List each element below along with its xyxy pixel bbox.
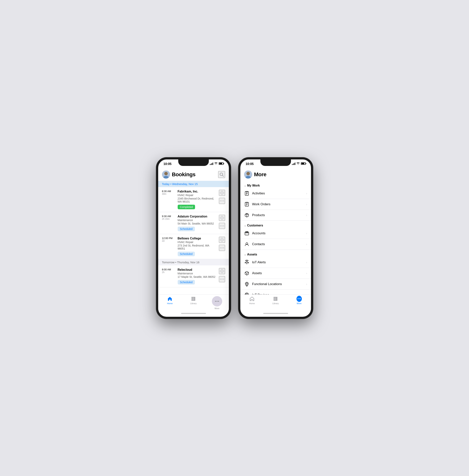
- functional-locations-chevron: ›: [306, 283, 307, 286]
- svg-rect-36: [246, 202, 247, 203]
- section-title-assets: Assets: [247, 253, 257, 256]
- products-chevron: ›: [306, 214, 307, 217]
- svg-point-24: [246, 172, 250, 175]
- svg-point-5: [220, 200, 221, 201]
- tab-more-1[interactable]: More: [205, 296, 229, 310]
- chevron-assets: ⌄: [244, 253, 246, 256]
- iot-devices-icon: [244, 292, 250, 295]
- home-indicator-1: [181, 313, 206, 314]
- svg-point-1: [164, 172, 168, 175]
- svg-rect-40: [245, 232, 249, 235]
- navigate-button-3[interactable]: [219, 237, 225, 243]
- booking-item-bellows[interactable]: 12:00 PM 2d Bellows College HVAC Repair …: [158, 234, 229, 259]
- section-title-customers: Customers: [247, 224, 263, 227]
- avatar-1[interactable]: [162, 170, 170, 179]
- menu-item-assets[interactable]: Assets ›: [240, 268, 311, 279]
- svg-point-21: [217, 301, 218, 302]
- svg-point-48: [248, 262, 249, 263]
- section-customers: ⌄ Customers: [240, 221, 311, 228]
- booking-details-1: Fabrikam, Inc. HVAC Repair 2345 Birchwoo…: [178, 190, 217, 209]
- more-button-2[interactable]: [219, 223, 225, 229]
- avatar-2[interactable]: [244, 170, 252, 179]
- svg-point-13: [223, 247, 224, 248]
- svg-point-22: [218, 301, 219, 302]
- more-button-1[interactable]: [219, 198, 225, 204]
- products-label: Products: [252, 213, 303, 217]
- status-time-1: 10:05: [164, 162, 171, 166]
- svg-rect-18: [193, 297, 194, 300]
- more-button-3[interactable]: [219, 245, 225, 251]
- booking-details-3: Bellows College HVAC Repair 273 2nd St, …: [178, 237, 217, 256]
- booking-item-relecloud[interactable]: 8:00 AM 2h Relecloud Maintenance 17 Mapl…: [158, 265, 229, 287]
- bookings-title: Bookings: [172, 171, 196, 178]
- activities-label: Activities: [252, 192, 303, 195]
- svg-point-20: [215, 301, 216, 302]
- svg-point-7: [223, 200, 224, 201]
- more-title: More: [254, 171, 267, 178]
- date-header-today: Today • Wednesday, Nov 15: [158, 181, 229, 187]
- work-orders-icon: [244, 202, 250, 207]
- contacts-chevron: ›: [306, 243, 307, 246]
- menu-item-products[interactable]: Products ›: [240, 210, 311, 221]
- booking-actions-3: [219, 237, 225, 251]
- more-content: ⌄ My Work Activities ›: [240, 181, 311, 295]
- menu-item-functional-locations[interactable]: Functional Locations ›: [240, 279, 311, 290]
- menu-item-activities[interactable]: Activities ›: [240, 188, 311, 199]
- svg-point-10: [223, 225, 224, 226]
- booking-details-2: Adatum Corporation Maintenance 54 Main S…: [178, 215, 217, 231]
- svg-rect-31: [247, 191, 248, 192]
- menu-item-work-orders[interactable]: Work Orders ›: [240, 199, 311, 210]
- home-bar-2: [240, 310, 311, 317]
- iot-alerts-chevron: ›: [306, 261, 307, 264]
- menu-item-accounts[interactable]: Accounts ›: [240, 228, 311, 239]
- chevron-my-work: ⌄: [244, 184, 246, 187]
- status-badge-scheduled-3: Scheduled: [178, 252, 195, 256]
- activities-chevron: ›: [306, 192, 307, 195]
- booking-item-adatum[interactable]: 9:30 AM 2h 15m Adatum Corporation Mainte…: [158, 212, 229, 234]
- svg-rect-17: [192, 297, 193, 300]
- tab-library-1[interactable]: Library: [182, 296, 205, 305]
- tab-bar-2: Home Library: [240, 295, 311, 310]
- svg-rect-58: [274, 297, 275, 300]
- home-bar-1: [158, 310, 229, 317]
- contacts-label: Contacts: [252, 242, 303, 246]
- menu-item-iot-devices[interactable]: IoT Devices ›: [240, 290, 311, 295]
- status-badge-completed: Completed: [178, 205, 195, 209]
- signal-icon-2: [292, 162, 295, 165]
- svg-point-61: [298, 298, 298, 299]
- tab-home-1[interactable]: Home: [158, 296, 182, 305]
- svg-point-8: [220, 225, 221, 226]
- svg-point-6: [221, 200, 222, 201]
- svg-rect-37: [247, 202, 248, 203]
- tab-home-2[interactable]: Home: [240, 296, 264, 305]
- status-bar-2: 10:05: [240, 159, 311, 169]
- bookings-content: Today • Wednesday, Nov 15 8:30 AM 30m Fa…: [158, 181, 229, 295]
- navigate-button-1[interactable]: [219, 190, 225, 196]
- status-bar-1: 10:05: [158, 159, 229, 169]
- booking-time-1: 8:30 AM 30m: [162, 190, 175, 195]
- tab-more-label-2: More: [297, 302, 302, 305]
- more-button-4[interactable]: [219, 276, 225, 282]
- activities-icon: [244, 191, 250, 196]
- status-badge-scheduled-4: Scheduled: [178, 280, 195, 284]
- accounts-icon: [244, 231, 250, 236]
- work-orders-label: Work Orders: [252, 202, 303, 206]
- booking-item-fabrikam[interactable]: 8:30 AM 30m Fabrikam, Inc. HVAC Repair 2…: [158, 187, 229, 212]
- home-indicator-2: [263, 313, 288, 314]
- navigate-button-4[interactable]: [219, 268, 225, 274]
- svg-point-63: [300, 298, 301, 299]
- menu-item-contacts[interactable]: Contacts ›: [240, 239, 311, 250]
- navigate-button-2[interactable]: [219, 215, 225, 221]
- battery-icon-1: [219, 162, 223, 165]
- svg-point-62: [299, 298, 300, 299]
- tab-more-2[interactable]: More: [287, 296, 311, 305]
- iot-devices-label: IoT Devices: [252, 293, 303, 295]
- tab-library-2[interactable]: Library: [264, 296, 287, 305]
- search-button[interactable]: [218, 171, 225, 178]
- more-header: More: [240, 169, 311, 181]
- functional-locations-icon: [244, 281, 250, 287]
- iot-alerts-icon: [244, 260, 250, 265]
- menu-item-iot-alerts[interactable]: IoT Alerts ›: [240, 257, 311, 268]
- assets-icon: [244, 271, 250, 276]
- svg-point-9: [221, 225, 222, 226]
